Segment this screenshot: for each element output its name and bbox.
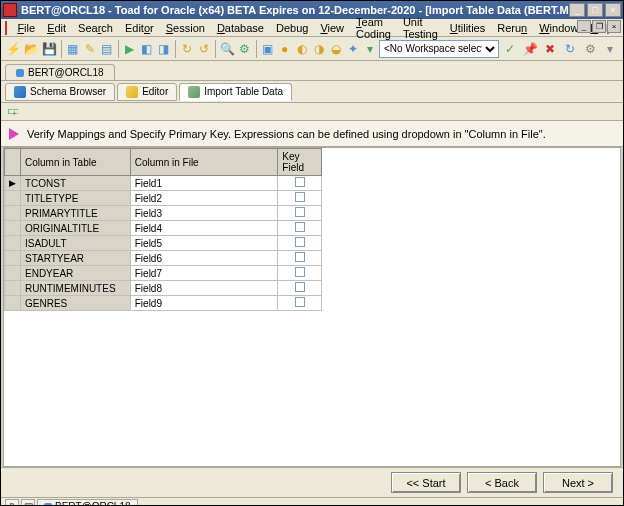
- toolbar-overflow-icon[interactable]: ▾: [601, 40, 619, 58]
- pin-icon[interactable]: ⮓: [7, 105, 19, 119]
- cell-column-in-table[interactable]: ENDYEAR: [21, 266, 131, 281]
- cell-key-field[interactable]: [278, 176, 322, 191]
- menu-unit-testing[interactable]: Unit Testing: [397, 16, 444, 40]
- table-row[interactable]: STARTYEARField6: [5, 251, 322, 266]
- doc-tab-list[interactable]: ▤: [21, 499, 35, 506]
- explain-icon[interactable]: ◧: [139, 40, 155, 58]
- key-checkbox[interactable]: [295, 297, 305, 307]
- table-row[interactable]: GENRESField9: [5, 296, 322, 311]
- tab-schema-browser[interactable]: Schema Browser: [5, 83, 115, 101]
- maximize-button[interactable]: □: [587, 3, 603, 17]
- menu-team-coding[interactable]: Team Coding: [350, 16, 397, 40]
- cell-key-field[interactable]: [278, 281, 322, 296]
- header-key-field[interactable]: Key Field: [278, 149, 322, 176]
- search-icon[interactable]: 🔍: [219, 40, 236, 58]
- workspace-save-icon[interactable]: ✓: [501, 40, 519, 58]
- workspace-pin-icon[interactable]: 📌: [521, 40, 539, 58]
- new-connection-icon[interactable]: ⚡: [5, 40, 22, 58]
- key-checkbox[interactable]: [295, 177, 305, 187]
- editor-icon[interactable]: ✎: [82, 40, 98, 58]
- config-icon[interactable]: ⚙: [237, 40, 253, 58]
- workspace-select[interactable]: <No Workspace selected>: [379, 40, 499, 58]
- cell-column-in-file[interactable]: Field6: [130, 251, 278, 266]
- rebuild-icon[interactable]: ▤: [99, 40, 115, 58]
- header-column-in-table[interactable]: Column in Table: [21, 149, 131, 176]
- menu-debug[interactable]: Debug: [270, 22, 314, 34]
- doc-tab-prev[interactable]: ▯: [5, 499, 19, 506]
- format-icon[interactable]: ▣: [260, 40, 276, 58]
- cell-column-in-table[interactable]: TITLETYPE: [21, 191, 131, 206]
- mdi-minimize-button[interactable]: _: [577, 20, 591, 33]
- table-row[interactable]: ISADULTField5: [5, 236, 322, 251]
- cell-key-field[interactable]: [278, 191, 322, 206]
- cell-key-field[interactable]: [278, 266, 322, 281]
- mdi-restore-button[interactable]: ❐: [592, 20, 606, 33]
- key-checkbox[interactable]: [295, 267, 305, 277]
- open-icon[interactable]: 📂: [23, 40, 40, 58]
- table-row[interactable]: TITLETYPEField2: [5, 191, 322, 206]
- highlight-icon[interactable]: ●: [277, 40, 293, 58]
- menu-search[interactable]: Search: [72, 22, 119, 34]
- workspace-refresh-icon[interactable]: ↻: [561, 40, 579, 58]
- menu-editor[interactable]: Editor: [119, 22, 160, 34]
- workspace-close-icon[interactable]: ✖: [541, 40, 559, 58]
- cell-column-in-file[interactable]: Field8: [130, 281, 278, 296]
- connection-tab[interactable]: BERT@ORCL18: [5, 64, 115, 80]
- execute-icon[interactable]: ▶: [122, 40, 138, 58]
- next-button[interactable]: Next >: [543, 472, 613, 493]
- cell-column-in-table[interactable]: GENRES: [21, 296, 131, 311]
- cell-column-in-file[interactable]: Field2: [130, 191, 278, 206]
- mdi-close-button[interactable]: ×: [607, 20, 621, 33]
- minimize-button[interactable]: _: [569, 3, 585, 17]
- cell-key-field[interactable]: [278, 296, 322, 311]
- cell-column-in-table[interactable]: ORIGINALTITLE: [21, 221, 131, 236]
- save-icon[interactable]: 💾: [41, 40, 58, 58]
- menu-session[interactable]: Session: [160, 22, 211, 34]
- menu-database[interactable]: Database: [211, 22, 270, 34]
- menu-edit[interactable]: Edit: [41, 22, 72, 34]
- cell-column-in-table[interactable]: TCONST: [21, 176, 131, 191]
- menu-file[interactable]: File: [11, 22, 41, 34]
- key-checkbox[interactable]: [295, 222, 305, 232]
- table-row[interactable]: ENDYEARField7: [5, 266, 322, 281]
- key-checkbox[interactable]: [295, 207, 305, 217]
- key-checkbox[interactable]: [295, 282, 305, 292]
- options-icon[interactable]: ▾: [362, 40, 378, 58]
- close-button[interactable]: ×: [605, 3, 621, 17]
- workspace-more-icon[interactable]: ⚙: [581, 40, 599, 58]
- automate-icon[interactable]: ✦: [345, 40, 361, 58]
- tab-editor[interactable]: Editor: [117, 83, 177, 101]
- cell-column-in-table[interactable]: PRIMARYTITLE: [21, 206, 131, 221]
- script-icon[interactable]: ◐: [294, 40, 310, 58]
- trace-icon[interactable]: ◒: [328, 40, 344, 58]
- schema-browser-icon[interactable]: ▦: [65, 40, 81, 58]
- cell-column-in-file[interactable]: Field3: [130, 206, 278, 221]
- cell-column-in-file[interactable]: Field1: [130, 176, 278, 191]
- cell-key-field[interactable]: [278, 251, 322, 266]
- cell-key-field[interactable]: [278, 206, 322, 221]
- doc-tab-connection[interactable]: BERT@ORCL18: [37, 499, 138, 506]
- table-row[interactable]: ▶TCONSTField1: [5, 176, 322, 191]
- cell-key-field[interactable]: [278, 236, 322, 251]
- table-row[interactable]: RUNTIMEMINUTESField8: [5, 281, 322, 296]
- key-checkbox[interactable]: [295, 252, 305, 262]
- table-row[interactable]: PRIMARYTITLEField3: [5, 206, 322, 221]
- menu-rerun[interactable]: Rerun: [491, 22, 533, 34]
- cell-column-in-file[interactable]: Field4: [130, 221, 278, 236]
- cell-column-in-table[interactable]: ISADULT: [21, 236, 131, 251]
- cell-column-in-table[interactable]: RUNTIMEMINUTES: [21, 281, 131, 296]
- cell-column-in-file[interactable]: Field7: [130, 266, 278, 281]
- header-column-in-file[interactable]: Column in File: [130, 149, 278, 176]
- compile-icon[interactable]: ◑: [311, 40, 327, 58]
- mapping-grid[interactable]: Column in Table Column in File Key Field…: [3, 147, 621, 467]
- tab-import-table-data[interactable]: Import Table Data: [179, 83, 292, 101]
- key-checkbox[interactable]: [295, 192, 305, 202]
- cell-column-in-table[interactable]: STARTYEAR: [21, 251, 131, 266]
- cell-column-in-file[interactable]: Field9: [130, 296, 278, 311]
- menu-view[interactable]: View: [314, 22, 350, 34]
- cell-column-in-file[interactable]: Field5: [130, 236, 278, 251]
- commit-icon[interactable]: ↻: [179, 40, 195, 58]
- rollback-icon[interactable]: ↺: [196, 40, 212, 58]
- key-checkbox[interactable]: [295, 237, 305, 247]
- menu-utilities[interactable]: Utilities: [444, 22, 491, 34]
